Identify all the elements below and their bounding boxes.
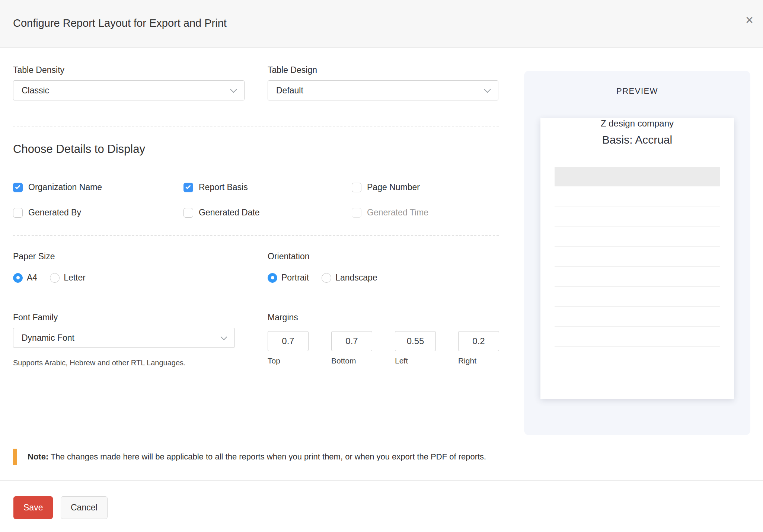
preview-table-row	[555, 186, 720, 206]
preview-table-row	[555, 247, 720, 267]
margin-top-label: Top	[268, 356, 309, 365]
checkbox-report-basis[interactable]: Report Basis	[183, 182, 248, 192]
checkbox-label: Page Number	[367, 182, 420, 192]
radio-label: Letter	[64, 273, 86, 283]
section-divider	[13, 235, 499, 236]
radio-icon[interactable]	[50, 273, 60, 283]
note: Note: The changes made here will be appl…	[13, 449, 486, 465]
font-family-label: Font Family	[13, 313, 235, 323]
radio-icon[interactable]	[322, 273, 331, 283]
checkbox-icon	[352, 208, 361, 218]
checkbox-label: Generated Time	[367, 208, 428, 218]
radio-portrait[interactable]: Portrait	[268, 273, 309, 283]
paper-size-group: A4 Letter	[13, 273, 86, 283]
checkbox-generated-by[interactable]: Generated By	[13, 208, 81, 218]
checkbox-icon[interactable]	[183, 183, 193, 192]
note-accent-bar	[13, 449, 17, 465]
table-design-select[interactable]: Default	[268, 80, 498, 100]
chevron-down-icon	[220, 333, 227, 340]
radio-label: Landscape	[335, 273, 377, 283]
preview-company-name: Z design company	[540, 118, 734, 129]
preview-table-row	[555, 267, 720, 287]
dialog-body: Table Density Classic Table Design Defau…	[0, 48, 763, 532]
font-family-select[interactable]: Dynamic Font	[13, 328, 235, 348]
checkbox-label: Organization Name	[28, 182, 102, 192]
chevron-down-icon	[230, 86, 237, 93]
note-prefix: Note:	[28, 452, 48, 461]
checkbox-label: Report Basis	[199, 182, 248, 192]
margin-left-label: Left	[395, 356, 436, 365]
checkbox-icon[interactable]	[183, 208, 193, 218]
margin-right-input[interactable]	[458, 331, 499, 351]
checkbox-generated-date[interactable]: Generated Date	[183, 208, 260, 218]
checkbox-icon[interactable]	[352, 183, 361, 192]
radio-a4[interactable]: A4	[13, 273, 37, 283]
dialog-title: Configure Report Layout for Export and P…	[13, 17, 227, 29]
table-density-label: Table Density	[13, 65, 245, 75]
preview-table-row	[555, 206, 720, 227]
checkbox-label: Generated By	[28, 208, 81, 218]
font-family-helper: Supports Arabic, Hebrew and other RTL La…	[13, 359, 186, 367]
dialog-footer: Save Cancel	[0, 480, 763, 532]
checkbox-icon[interactable]	[13, 208, 23, 218]
orientation-label: Orientation	[268, 251, 310, 262]
preview-report-basis: Basis: Accrual	[540, 134, 734, 146]
section-divider	[13, 126, 499, 126]
note-body: The changes made here will be applicable…	[48, 452, 486, 461]
radio-icon[interactable]	[268, 273, 277, 283]
margin-bottom-input[interactable]	[331, 331, 372, 351]
paper-size-label: Paper Size	[13, 251, 55, 262]
checkbox-icon[interactable]	[13, 183, 23, 192]
checkbox-generated-time: Generated Time	[352, 208, 428, 218]
radio-label: A4	[27, 273, 37, 283]
preview-table-rows	[540, 186, 734, 347]
check-icon	[185, 184, 191, 189]
check-icon	[15, 184, 20, 189]
close-icon[interactable]: ×	[746, 13, 753, 27]
margin-right-label: Right	[458, 356, 499, 365]
radio-icon[interactable]	[13, 273, 23, 283]
margin-bottom-label: Bottom	[331, 356, 372, 365]
preview-table-row	[555, 227, 720, 247]
table-design-label: Table Design	[268, 65, 498, 75]
radio-letter[interactable]: Letter	[50, 273, 86, 283]
table-density-select[interactable]: Classic	[13, 80, 245, 100]
preview-table-row	[555, 287, 720, 307]
save-button[interactable]: Save	[13, 496, 53, 519]
preview-page: Z design company Basis: Accrual	[540, 118, 734, 399]
font-family-value: Dynamic Font	[22, 333, 74, 343]
preview-table-row	[555, 327, 720, 347]
checkbox-page-number[interactable]: Page Number	[352, 182, 420, 192]
configure-report-layout-dialog: Configure Report Layout for Export and P…	[0, 0, 763, 532]
preview-table-row	[555, 307, 720, 327]
radio-landscape[interactable]: Landscape	[322, 273, 377, 283]
dialog-header: Configure Report Layout for Export and P…	[0, 0, 763, 48]
chevron-down-icon	[484, 86, 491, 93]
radio-label: Portrait	[281, 273, 309, 283]
checkbox-label: Generated Date	[199, 208, 260, 218]
checkbox-organization-name[interactable]: Organization Name	[13, 182, 102, 192]
margin-left-input[interactable]	[395, 331, 436, 351]
table-design-value: Default	[276, 86, 303, 96]
preview-table-header	[555, 167, 720, 186]
note-text: Note: The changes made here will be appl…	[28, 449, 486, 465]
margin-top-input[interactable]	[268, 331, 309, 351]
table-density-value: Classic	[22, 86, 49, 96]
preview-panel: PREVIEW Z design company Basis: Accrual	[524, 71, 750, 435]
margins-label: Margins	[268, 313, 298, 323]
preview-heading: PREVIEW	[524, 71, 750, 96]
cancel-button[interactable]: Cancel	[61, 496, 108, 519]
orientation-group: Portrait Landscape	[268, 273, 377, 283]
details-heading: Choose Details to Display	[13, 142, 145, 156]
